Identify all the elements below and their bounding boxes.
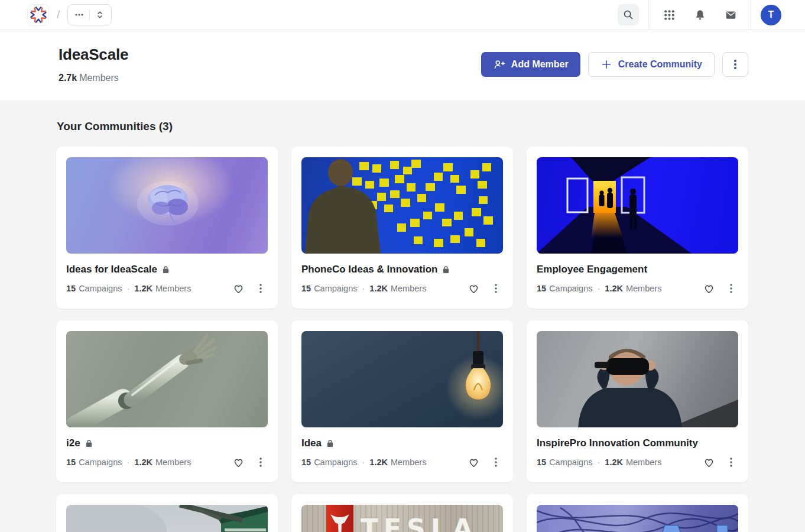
- ideascale-logo[interactable]: [27, 4, 49, 26]
- add-member-button[interactable]: Add Member: [481, 52, 580, 77]
- brain-purple-gradient-photo[interactable]: [66, 157, 268, 254]
- community-card[interactable]: [56, 494, 278, 532]
- apps-grid-button[interactable]: [658, 4, 680, 25]
- members-count: 1.2K: [369, 284, 388, 293]
- ellipsis-icon: [74, 9, 85, 20]
- lightbulb-illustration: [301, 331, 503, 427]
- dot-separator: ·: [362, 284, 365, 293]
- tunnel-illustration: [537, 157, 738, 254]
- community-title[interactable]: Idea: [301, 437, 322, 449]
- communities-grid: Ideas for IdeaScale 15 Campaigns · 1.2K …: [56, 147, 748, 532]
- favorite-button[interactable]: [702, 455, 716, 469]
- dot-separator: ·: [126, 458, 129, 467]
- breadcrumb-separator: /: [57, 8, 60, 21]
- bell-icon: [694, 9, 706, 21]
- lock-icon: [162, 265, 170, 274]
- heart-icon: [468, 283, 480, 295]
- card-more-button[interactable]: [724, 455, 738, 469]
- members-count: 1.2K: [134, 458, 152, 467]
- members-label: Members: [79, 73, 119, 83]
- community-stats: 15 Campaigns · 1.2K Members: [66, 284, 191, 293]
- members-label: Members: [626, 458, 661, 467]
- heart-icon: [703, 283, 715, 295]
- community-card[interactable]: Idea 15 Campaigns · 1.2K Members: [291, 320, 513, 482]
- sticky-notes-illustration: [301, 157, 503, 254]
- heart-icon: [232, 456, 245, 469]
- robot-arm-photo[interactable]: [66, 331, 268, 427]
- campaigns-label: Campaigns: [314, 284, 357, 293]
- divider: [751, 0, 751, 30]
- heart-icon: [468, 456, 480, 469]
- community-title[interactable]: InspirePro Innovation Community: [537, 437, 698, 449]
- community-title[interactable]: Ideas for IdeaScale: [66, 264, 157, 275]
- card-more-button[interactable]: [489, 281, 503, 296]
- community-card[interactable]: Employee Engagement 15 Campaigns · 1.2K …: [527, 147, 748, 309]
- members-label: Members: [391, 284, 426, 293]
- campaigns-count: 15: [66, 458, 76, 467]
- vr-headset-person-photo[interactable]: [537, 331, 738, 427]
- topbar: /: [0, 0, 805, 30]
- card-more-button[interactable]: [254, 455, 268, 469]
- search-button[interactable]: [618, 4, 639, 25]
- ai-letters-illustration: AI: [537, 505, 738, 532]
- community-card[interactable]: TESLA: [291, 494, 513, 532]
- community-stats: 15 Campaigns · 1.2K Members: [537, 458, 661, 467]
- ai-letters-photo[interactable]: AI: [537, 505, 738, 532]
- add-member-label: Add Member: [511, 59, 569, 70]
- community-stats: 15 Campaigns · 1.2K Members: [301, 458, 426, 467]
- card-more-button[interactable]: [254, 281, 268, 296]
- community-stats: 15 Campaigns · 1.2K Members: [66, 458, 191, 467]
- header-actions: Add Member Create Community: [481, 52, 748, 100]
- hanging-lightbulb-photo[interactable]: [301, 331, 503, 427]
- community-card[interactable]: Ideas for IdeaScale 15 Campaigns · 1.2K …: [56, 147, 278, 309]
- campaigns-label: Campaigns: [549, 458, 592, 467]
- tesla-sign-photo[interactable]: TESLA: [301, 505, 503, 532]
- members-label: Members: [626, 284, 661, 293]
- user-avatar[interactable]: T: [761, 5, 781, 25]
- community-title[interactable]: i2e: [66, 437, 80, 449]
- sticky-notes-wall-photo[interactable]: [301, 157, 503, 254]
- community-card[interactable]: i2e 15 Campaigns · 1.2K Members: [56, 320, 278, 482]
- campaigns-count: 15: [66, 284, 76, 293]
- favorite-button[interactable]: [466, 455, 481, 469]
- kebab-icon: [727, 457, 735, 468]
- card-more-button[interactable]: [489, 455, 503, 469]
- main-content: Your Communities (3) Ideas for IdeaScale: [0, 100, 805, 532]
- blue-tunnel-doorway-photo[interactable]: [537, 157, 738, 254]
- community-card[interactable]: InspirePro Innovation Community 15 Campa…: [527, 320, 748, 482]
- community-card[interactable]: AI: [527, 494, 748, 532]
- campaigns-count: 15: [537, 458, 546, 467]
- lock-icon: [326, 439, 334, 447]
- card-more-button[interactable]: [724, 281, 738, 296]
- members-count: 2.7k: [59, 73, 77, 83]
- topbar-right: T: [618, 0, 781, 30]
- ai-letters-text: AI: [649, 514, 738, 532]
- search-icon: [622, 9, 634, 21]
- dot-separator: ·: [597, 284, 600, 293]
- favorite-button[interactable]: [702, 281, 716, 296]
- community-title[interactable]: PhoneCo Ideas & Innovation: [301, 264, 437, 275]
- breadcrumb-selector[interactable]: [67, 4, 112, 25]
- lock-icon: [442, 265, 450, 274]
- campaigns-count: 15: [301, 458, 311, 467]
- windmill-illustration: [66, 505, 268, 532]
- person-add-icon: [493, 59, 505, 71]
- community-title[interactable]: Employee Engagement: [537, 264, 647, 275]
- create-community-button[interactable]: Create Community: [588, 52, 715, 77]
- notifications-button[interactable]: [689, 4, 710, 25]
- favorite-button[interactable]: [466, 281, 481, 296]
- header-more-button[interactable]: [722, 52, 748, 77]
- favorite-button[interactable]: [231, 455, 245, 469]
- community-card[interactable]: PhoneCo Ideas & Innovation 15 Campaigns …: [291, 147, 513, 309]
- windmill-photo[interactable]: [66, 505, 268, 532]
- community-stats: 15 Campaigns · 1.2K Members: [537, 284, 661, 293]
- members-count: 1.2K: [605, 284, 623, 293]
- members-count: 1.2K: [134, 284, 152, 293]
- apps-grid-icon: [664, 9, 675, 21]
- members-label: Members: [155, 284, 191, 293]
- favorite-button[interactable]: [231, 281, 245, 296]
- page-title: IdeaScale: [59, 46, 128, 64]
- community-stats: 15 Campaigns · 1.2K Members: [301, 284, 426, 293]
- campaigns-label: Campaigns: [549, 284, 592, 293]
- messages-button[interactable]: [720, 4, 741, 25]
